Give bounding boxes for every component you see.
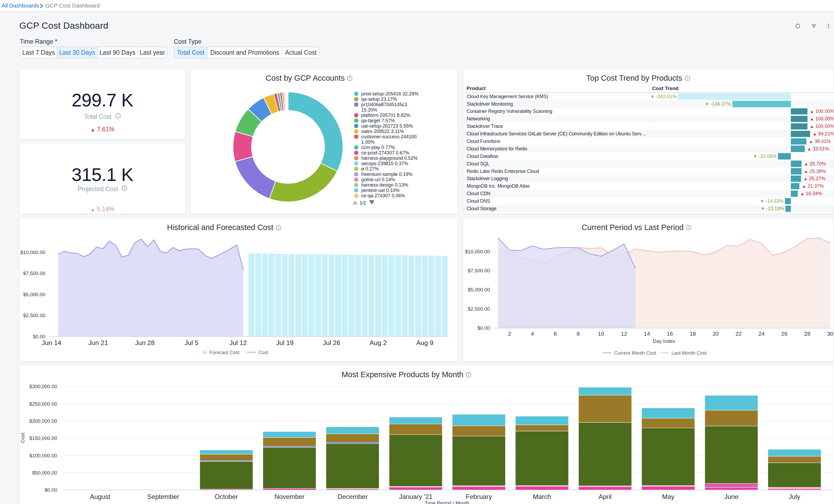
svg-text:prod-setup-205416 32.29%: prod-setup-205416 32.29% xyxy=(361,91,419,96)
svg-text:$10,000.00: $10,000.00 xyxy=(20,249,45,255)
svg-text:6: 6 xyxy=(554,331,557,337)
svg-text:24: 24 xyxy=(759,331,765,337)
svg-text:Jul 12: Jul 12 xyxy=(229,339,247,346)
svg-text:12: 12 xyxy=(621,331,627,337)
svg-text:1/2: 1/2 xyxy=(359,200,366,205)
svg-text:18: 18 xyxy=(690,331,696,337)
svg-text:22: 22 xyxy=(736,331,742,337)
svg-text:customer-success-244100: customer-success-244100 xyxy=(361,134,417,139)
svg-text:$10,000.00: $10,000.00 xyxy=(465,249,490,255)
svg-text:$7,500.00: $7,500.00 xyxy=(23,270,45,276)
svg-text:Jul 26: Jul 26 xyxy=(323,339,340,346)
svg-text:$300,000.00: $300,000.00 xyxy=(29,384,57,389)
svg-text:sales-209522 3.11%: sales-209522 3.11% xyxy=(361,129,404,134)
svg-text:20: 20 xyxy=(712,331,719,337)
svg-text:Jun 14: Jun 14 xyxy=(42,339,61,346)
svg-text:Day Index: Day Index xyxy=(653,338,675,344)
svg-text:$0.00: $0.00 xyxy=(477,325,490,331)
svg-text:November: November xyxy=(275,493,305,500)
svg-text:January '21: January '21 xyxy=(399,493,433,500)
svg-text:$100,000.00: $100,000.00 xyxy=(29,453,57,458)
svg-text:$0.00: $0.00 xyxy=(33,334,45,339)
svg-text:uat-setup-261723 5.55%: uat-setup-261723 5.55% xyxy=(361,123,413,129)
svg-text:Jul 19: Jul 19 xyxy=(276,339,294,346)
svg-text:$7,500.00: $7,500.00 xyxy=(468,268,490,273)
svg-text:14: 14 xyxy=(644,331,650,337)
svg-text:harness-playground 0.52%: harness-playground 0.52% xyxy=(361,155,418,161)
svg-text:Last Month Cost: Last Month Cost xyxy=(672,350,707,356)
svg-text:Cost: Cost xyxy=(20,433,25,443)
svg-text:30: 30 xyxy=(827,331,833,337)
svg-text:$5,000.00: $5,000.00 xyxy=(468,287,490,292)
svg-text:Jul 5: Jul 5 xyxy=(184,339,198,346)
svg-text:December: December xyxy=(337,493,368,500)
svg-text:$50,000.00: $50,000.00 xyxy=(32,470,57,476)
svg-text:golink-url 0.14%: golink-url 0.14% xyxy=(361,177,395,182)
svg-text:August: August xyxy=(90,493,110,500)
svg-text:16: 16 xyxy=(667,331,673,337)
svg-text:1.00%: 1.00% xyxy=(361,139,375,145)
svg-text:September: September xyxy=(147,493,179,500)
svg-text:$150,000.00: $150,000.00 xyxy=(29,435,57,441)
svg-text:platform-205701 8.82%: platform-205701 8.82% xyxy=(361,113,410,118)
svg-text:Forecast Cost: Forecast Cost xyxy=(210,350,240,355)
svg-text:ce-prod-274307 0.67%: ce-prod-274307 0.67% xyxy=(361,150,409,155)
svg-text:$2,500.00: $2,500.00 xyxy=(468,306,490,312)
svg-text:$0.00: $0.00 xyxy=(45,487,57,493)
svg-text:qa-setup 23.17%: qa-setup 23.17% xyxy=(361,96,397,102)
svg-text:ø 0.27%: ø 0.27% xyxy=(361,166,379,172)
svg-text:July: July xyxy=(789,493,800,500)
svg-text:ce-qa-274307 0.06%: ce-qa-274307 0.06% xyxy=(361,193,405,198)
svg-text:secops-239815 0.37%: secops-239815 0.37% xyxy=(361,161,408,166)
svg-text:Aug 9: Aug 9 xyxy=(416,339,433,346)
svg-text:March: March xyxy=(533,493,551,500)
svg-text:26: 26 xyxy=(781,331,787,337)
svg-text:$200,000.00: $200,000.00 xyxy=(29,418,57,424)
svg-text:February: February xyxy=(466,493,492,500)
svg-text:Aug 2: Aug 2 xyxy=(370,339,387,346)
svg-text:Jun 21: Jun 21 xyxy=(88,339,108,346)
svg-text:15.20%: 15.20% xyxy=(361,107,377,113)
svg-text:$250,000.00: $250,000.00 xyxy=(29,401,57,407)
svg-text:10: 10 xyxy=(598,331,604,337)
svg-text:October: October xyxy=(215,493,238,500)
svg-text:Cost: Cost xyxy=(258,350,268,355)
svg-text:28: 28 xyxy=(804,331,810,337)
svg-text:$2,500.00: $2,500.00 xyxy=(23,312,45,318)
svg-text:ccm-play 0.77%: ccm-play 0.77% xyxy=(361,145,395,150)
svg-text:May: May xyxy=(662,493,675,500)
svg-text:2: 2 xyxy=(508,331,511,337)
svg-text:June: June xyxy=(724,493,739,500)
svg-text:harness-design 0.13%: harness-design 0.13% xyxy=(361,182,408,188)
svg-text:4: 4 xyxy=(531,331,534,337)
svg-text:Current Month Cost: Current Month Cost xyxy=(614,350,656,356)
svg-text:pentest-uat 0.10%: pentest-uat 0.10% xyxy=(361,188,400,193)
svg-text:Jun 28: Jun 28 xyxy=(135,339,154,346)
svg-text:$5,000.00: $5,000.00 xyxy=(23,292,45,297)
svg-text:pr10406a87045145c3: pr10406a87045145c3 xyxy=(361,102,407,107)
svg-text:8: 8 xyxy=(576,331,580,337)
svg-text:April: April xyxy=(598,493,612,500)
svg-text:Time Period / Month: Time Period / Month xyxy=(425,500,469,504)
svg-text:qa-target 7.57%: qa-target 7.57% xyxy=(361,118,395,123)
svg-text:freemium-sample 0.19%: freemium-sample 0.19% xyxy=(361,172,413,177)
